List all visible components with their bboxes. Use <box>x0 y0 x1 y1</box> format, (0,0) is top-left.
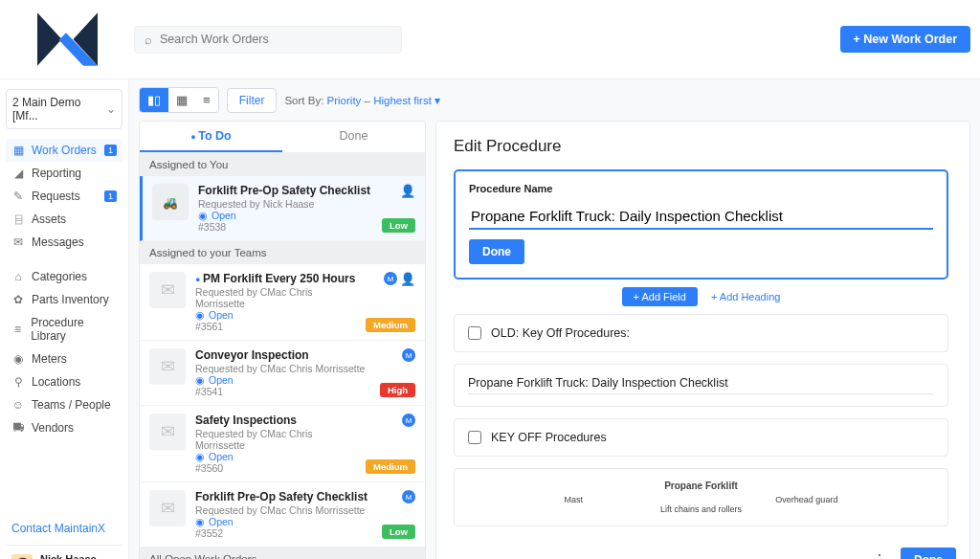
sidebar-item-assets[interactable]: ⌸Assets <box>6 208 122 231</box>
work-order-card[interactable]: ✉ ● PM Forklift Every 250 Hours Requeste… <box>140 264 425 341</box>
procedure-editor: Edit Procedure Procedure Name Done + Add… <box>435 121 970 559</box>
nav-icon: ⌂ <box>11 270 25 283</box>
nav-label: Vendors <box>32 421 74 435</box>
user-menu[interactable]: 👨 Nick Haase Administrator <box>6 545 122 559</box>
card-status: ◉ Open <box>195 451 356 462</box>
step-checkbox[interactable] <box>468 326 481 340</box>
priority-pill: Low <box>382 218 415 233</box>
procedure-step[interactable]: KEY OFF Procedures <box>454 418 948 457</box>
sidebar-item-procedure-library[interactable]: ≡Procedure Library <box>6 311 122 347</box>
procedure-diagram: Propane Forklift Mast Overhead guard Lif… <box>454 468 948 526</box>
user-icon: 👤 <box>400 272 415 286</box>
card-number: #3541 <box>195 386 370 397</box>
procedure-heading-block[interactable]: Propane Forklift Truck: Daily Inspection… <box>454 364 948 407</box>
sidebar-item-locations[interactable]: ⚲Locations <box>6 370 122 393</box>
priority-pill: Medium <box>366 318 415 332</box>
name-done-button[interactable]: Done <box>469 239 524 264</box>
chevron-down-icon: ▾ <box>434 95 440 106</box>
priority-pill: High <box>380 383 415 397</box>
view-list[interactable]: ≡ <box>195 88 218 112</box>
card-requester: Requested by CMac Chris Morrissette <box>195 363 370 374</box>
badge-icon: M <box>402 414 415 427</box>
nav-label: Messages <box>32 235 84 249</box>
card-thumb: ✉ <box>149 414 186 450</box>
procedure-name-input[interactable] <box>469 204 933 230</box>
nav-icon: ✉ <box>11 235 25 249</box>
nav-icon: ≡ <box>11 323 24 336</box>
sidebar-item-messages[interactable]: ✉Messages <box>6 231 122 254</box>
editor-done-button[interactable]: Done <box>901 548 956 559</box>
sidebar-item-meters[interactable]: ◉Meters <box>6 347 122 370</box>
tab-done[interactable]: Done <box>282 122 425 152</box>
workspace-selector[interactable]: 2 Main Demo [Mf... ⌄ <box>6 89 122 129</box>
card-thumb: 🚜 <box>152 184 189 220</box>
sidebar-item-parts-inventory[interactable]: ✿Parts Inventory <box>6 288 122 311</box>
card-title: ● PM Forklift Every 250 Hours <box>195 272 356 285</box>
nav-label: Assets <box>32 212 66 226</box>
search-bar[interactable]: ⌕ <box>134 26 402 54</box>
procedure-step[interactable]: OLD: Key Off Procedures: <box>454 314 948 352</box>
add-field-button[interactable]: + Add Field <box>622 287 698 306</box>
nav-label: Teams / People <box>32 398 111 412</box>
view-kanban[interactable]: ▮▯ <box>140 88 168 112</box>
procedure-name-box: Procedure Name Done <box>454 169 948 280</box>
contact-link[interactable]: Contact MaintainX <box>6 514 122 543</box>
new-work-order-button[interactable]: + New Work Order <box>840 26 970 53</box>
workspace-name: 2 Main Demo [Mf... <box>12 96 100 123</box>
card-title: Forklift Pre-Op Safety Checklist <box>198 184 372 197</box>
work-order-card[interactable]: 🚜 Forklift Pre-Op Safety Checklist Reque… <box>140 176 425 241</box>
editor-heading: Edit Procedure <box>454 137 952 156</box>
nav-badge: 1 <box>104 190 117 202</box>
user-name: Nick Haase <box>40 553 97 559</box>
nav-icon: ◉ <box>11 352 25 366</box>
card-number: #3552 <box>195 527 372 539</box>
sidebar-item-vendors[interactable]: ⛟Vendors <box>6 416 122 439</box>
add-heading-button[interactable]: + Add Heading <box>711 291 780 302</box>
more-menu[interactable]: ⋮ <box>872 551 887 560</box>
view-switcher[interactable]: ▮▯ ▦ ≡ <box>139 87 219 113</box>
nav-icon: ▦ <box>11 144 25 157</box>
sidebar-item-categories[interactable]: ⌂Categories <box>6 265 122 288</box>
work-order-card[interactable]: ✉ Conveyor Inspection Requested by CMac … <box>140 341 425 406</box>
avatar: 👨 <box>11 554 33 560</box>
nav-icon: ✎ <box>11 190 25 203</box>
card-requester: Requested by CMac Chris Morrissette <box>195 428 356 451</box>
step-checkbox[interactable] <box>468 431 481 444</box>
sort-control[interactable]: Sort By: Priority – Highest first ▾ <box>284 94 440 107</box>
card-title: Forklift Pre-Op Safety Checklist <box>195 490 372 503</box>
card-title: Conveyor Inspection <box>195 348 370 362</box>
card-number: #3538 <box>198 221 372 233</box>
section-header: Assigned to your Teams <box>140 241 425 264</box>
tab-todo[interactable]: To Do <box>140 122 282 152</box>
card-thumb: ✉ <box>149 348 186 385</box>
sidebar-item-requests[interactable]: ✎Requests1 <box>6 185 122 208</box>
nav-label: Meters <box>32 352 67 366</box>
nav-label: Locations <box>32 375 80 389</box>
sidebar-item-reporting[interactable]: ◢Reporting <box>6 162 122 185</box>
priority-pill: Low <box>382 525 415 539</box>
badge-icon: M <box>402 490 415 503</box>
work-order-card[interactable]: ✉ Forklift Pre-Op Safety Checklist Reque… <box>140 482 425 548</box>
filter-button[interactable]: Filter <box>227 88 278 113</box>
work-order-card[interactable]: ✉ Safety Inspections Requested by CMac C… <box>140 406 425 482</box>
priority-pill: Medium <box>366 459 415 474</box>
nav-icon: ⛟ <box>11 421 25 435</box>
card-status: ◉ Open <box>195 309 356 321</box>
section-header: All Open Work Orders <box>140 548 425 559</box>
sidebar-item-teams-people[interactable]: ☺Teams / People <box>6 393 122 416</box>
search-icon: ⌕ <box>145 33 152 47</box>
card-number: #3561 <box>195 321 356 332</box>
card-requester: Requested by CMac Chris Morrissette <box>195 286 356 309</box>
nav-label: Requests <box>32 190 80 203</box>
card-status: ◉ Open <box>198 210 372 221</box>
nav-label: Parts Inventory <box>32 293 109 306</box>
work-order-list: To Do Done Assigned to You 🚜 Forklift Pr… <box>139 121 426 559</box>
search-input[interactable] <box>160 33 391 46</box>
nav-badge: 1 <box>104 145 117 156</box>
nav-icon: ✿ <box>11 293 25 306</box>
sidebar-item-work-orders[interactable]: ▦Work Orders1 <box>6 139 122 162</box>
card-thumb: ✉ <box>149 490 186 526</box>
view-calendar[interactable]: ▦ <box>168 88 195 112</box>
nav-icon: ◢ <box>11 167 25 180</box>
user-icon: 👤 <box>400 184 415 198</box>
